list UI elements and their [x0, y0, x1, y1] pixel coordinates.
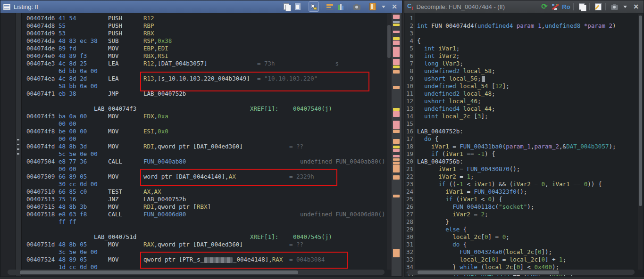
marker-pink[interactable] [393, 121, 400, 129]
field-formatter-button[interactable] [336, 2, 345, 11]
listing-line[interactable]: 00 00 [26, 135, 385, 143]
marker-orange[interactable] [393, 164, 400, 172]
marker-gray[interactable] [393, 21, 400, 23]
listing-line[interactable]: 3c 5e 0e 00 [26, 248, 385, 256]
code-line[interactable]: undefined local_54 [12]; [417, 82, 643, 90]
listing-line[interactable]: 00407504e8 77 36CALLFUN_0040ab80undefine… [26, 158, 385, 165]
listing-line[interactable]: 004074fd48 8b 3dMOVRDI,qword ptr [DAT_00… [26, 143, 385, 150]
listing-options-dropdown[interactable] [379, 2, 388, 11]
marker-orange[interactable] [393, 130, 400, 133]
marker-pink[interactable] [393, 149, 400, 152]
listing-line[interactable]: 004074f3ba 0a 00MOVEDX,0xa [26, 113, 385, 120]
listing-line[interactable]: 00 00 [26, 120, 385, 128]
code-line[interactable]: do { [417, 135, 643, 143]
snapshot-button[interactable] [352, 2, 361, 11]
marker-pink[interactable] [393, 15, 400, 19]
decompiled-code[interactable]: int FUN_004074d4(undefined4 param_1,unde… [415, 13, 643, 276]
code-line[interactable]: if ((-1 < iVar1) && (iVar2 = 0, iVar1 ==… [417, 181, 643, 188]
listing-titlebar[interactable]: Listing: ff ✕ [0, 0, 402, 13]
listing-line[interactable]: 004074f8be 00 00MOVESI,0x0 [26, 128, 385, 135]
listing-line[interactable] [26, 226, 385, 233]
marker-pink[interactable] [393, 59, 400, 65]
listing-line[interactable] [26, 98, 385, 105]
listing-line[interactable]: 0040751548 8b 3bMOVRDI,qword ptr [RBX] [26, 203, 385, 211]
edit-button[interactable] [594, 2, 603, 11]
listing-line[interactable]: 58 bb 0a 00 [26, 82, 385, 90]
panel-splitter[interactable] [16, 13, 22, 276]
scrollbar-thumb[interactable] [20, 271, 298, 274]
code-line[interactable]: do { [417, 241, 643, 248]
code-line[interactable]: if (iVar1 == -1) { [417, 150, 643, 158]
scrollbar-thumb[interactable] [387, 25, 391, 58]
code-line[interactable]: undefined4 local_44; [417, 105, 643, 113]
listing-horizontal-scrollbar[interactable] [8, 270, 385, 275]
re-decompile-button[interactable]: ⟳ [540, 2, 549, 11]
code-line[interactable]: long lVar3; [417, 60, 643, 67]
listing-vertical-scrollbar[interactable] [387, 14, 391, 270]
code-line[interactable]: local_2c[0] = local_2c[0] + 1; [417, 256, 643, 263]
marker-orange[interactable] [393, 175, 400, 180]
graph-disabled-button[interactable] [551, 2, 560, 11]
readonly-toggle-button[interactable]: Ro [561, 2, 571, 11]
code-line[interactable]: undefined2 local_48; [417, 90, 643, 98]
marker-yellow[interactable] [393, 66, 400, 68]
marker-orange[interactable] [393, 70, 400, 74]
cursor-location-button[interactable] [309, 2, 318, 11]
marker-orange[interactable] [393, 139, 400, 144]
disassembly-listing[interactable]: 004074d641 54PUSHR12004074d855PUSHRBP004… [26, 15, 385, 271]
marker-orange[interactable] [393, 249, 400, 257]
listing-line[interactable]: 004074da48 83 ec 38SUBRSP,0x38 [26, 37, 385, 45]
splitter-handle-icon[interactable] [17, 139, 19, 155]
listing-line[interactable]: 30 cc 0d 00 [26, 181, 385, 188]
byte-fields-button[interactable] [325, 2, 335, 11]
listing-line[interactable]: ff ff [26, 218, 385, 226]
decompile-horizontal-scrollbar[interactable] [407, 270, 635, 275]
decompile-body[interactable]: 1234567891011121314151617181920212223242… [405, 13, 643, 276]
code-line[interactable]: ushort local_46; [417, 98, 643, 105]
listing-options-button[interactable] [368, 2, 377, 11]
listing-line[interactable]: 00407518e8 63 f8CALLFUN_00406d80undefine… [26, 211, 385, 218]
marker-pink[interactable] [393, 155, 400, 157]
code-line[interactable]: iVar2 = 2; [417, 211, 643, 218]
listing-line[interactable]: 6d bb 0a 00 [26, 67, 385, 75]
snapshot-button[interactable] [610, 2, 619, 11]
code-line[interactable] [417, 30, 643, 37]
marker-pink[interactable] [393, 47, 400, 57]
marker-orange[interactable] [393, 195, 400, 197]
copy-button[interactable] [282, 2, 292, 11]
listing-line[interactable]: 0040752448 89 05MOVqword ptr [PTR_s__004… [26, 256, 385, 263]
listing-label-line[interactable]: LAB_0040751dXREF[1]:00407545(j) [26, 233, 385, 241]
listing-body[interactable]: 004074d641 54PUSHR12004074d855PUSHRBP004… [1, 13, 401, 276]
copy-button[interactable] [577, 2, 587, 11]
code-line[interactable]: int iVar2; [417, 52, 643, 60]
marker-yellow[interactable] [393, 24, 400, 26]
listing-line[interactable]: 004074ea4c 8d 2dLEAR13,[s_10.10.103.220_… [26, 75, 385, 82]
marker-pink[interactable] [393, 111, 400, 117]
code-line[interactable]: else { [417, 226, 643, 233]
listing-line[interactable]: 004074e34c 8d 25LEAR12,[DAT_004b3057]= 7… [26, 60, 385, 67]
marker-yellow[interactable] [393, 146, 400, 148]
listing-line[interactable]: 004074e048 89 f3MOVRBX,RSI [26, 52, 385, 60]
marker-yellow[interactable] [393, 37, 400, 40]
code-line[interactable]: FUN_0040118c("socket"); [417, 203, 643, 211]
code-line[interactable]: { [417, 37, 643, 45]
code-line[interactable]: iVar1 = FUN_00430870(); [417, 165, 643, 173]
code-line[interactable]: local_2c[0] = 0; [417, 233, 643, 241]
code-line[interactable]: LAB_0040756b: [417, 158, 643, 165]
listing-line[interactable]: 0040750966 89 05MOVword ptr [DAT_004e414… [26, 173, 385, 181]
marker-orange[interactable] [393, 158, 400, 161]
scrollbar-thumb[interactable] [418, 271, 559, 274]
listing-line[interactable]: 0040751375 16JNZLAB_0040752b [26, 196, 385, 203]
listing-line[interactable]: 004074d641 54PUSHR12 [26, 15, 385, 22]
listing-line[interactable]: 0040751d48 8b 05MOVRAX,qword ptr [DAT_00… [26, 241, 385, 248]
code-line[interactable]: iVar2 = 1; [417, 173, 643, 181]
listing-label-line[interactable]: LAB_004074f3XREF[1]:00407540(j) [26, 105, 385, 113]
code-line[interactable] [417, 15, 643, 22]
close-decompile-button[interactable]: ✕ [631, 2, 641, 11]
code-line[interactable]: if (iVar1 < 0) { [417, 196, 643, 203]
marker-orange[interactable] [393, 162, 400, 164]
code-line[interactable]: uint local_2c [3]; [417, 113, 643, 120]
panel-menu-dropdown[interactable] [620, 2, 630, 11]
marker-margin[interactable] [391, 13, 401, 276]
listing-line[interactable]: 004074d953PUSHRBX [26, 30, 385, 37]
